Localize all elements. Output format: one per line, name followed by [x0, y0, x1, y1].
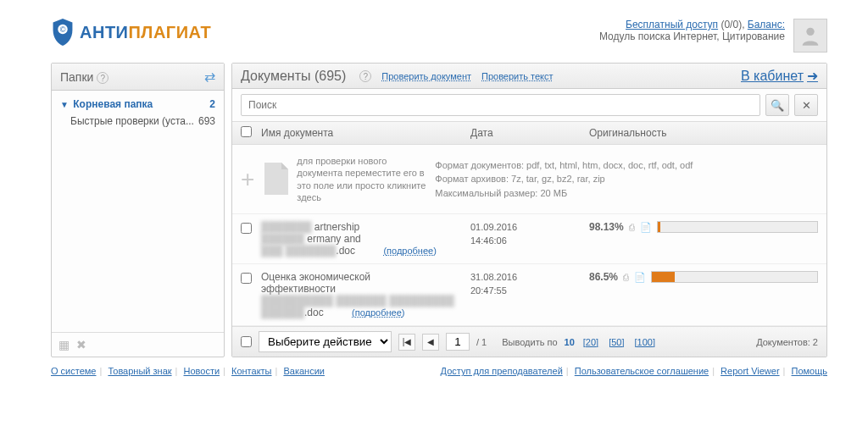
per-label: Выводить по [502, 337, 557, 347]
clear-button[interactable]: ✕ [794, 94, 818, 116]
foot-trademark[interactable]: Товарный знак [108, 366, 171, 376]
folder-quick[interactable]: Быстрые проверки (уста... 693 [52, 113, 224, 130]
free-access-link[interactable]: Бесплатный доступ [626, 19, 718, 30]
foot-agreement[interactable]: Пользовательское соглашение [575, 366, 709, 376]
page-total: / 1 [476, 337, 487, 347]
search-input[interactable] [241, 94, 760, 116]
fmt-docs: Формат документов: pdf, txt, html, htm, … [435, 158, 693, 173]
per-10[interactable]: 10 [565, 337, 575, 347]
swap-icon[interactable]: ⇄ [204, 69, 215, 85]
more-link[interactable]: (подробнее) [383, 246, 436, 256]
folder-quick-count: 693 [198, 115, 215, 127]
help-icon[interactable]: ? [97, 72, 108, 84]
delete-folder-icon[interactable]: ✖ [76, 338, 86, 351]
logo-text-1: АНТИ [80, 23, 128, 41]
foot-help[interactable]: Помощь [792, 366, 828, 376]
foot-report[interactable]: Report Viewer [721, 366, 780, 376]
per-20[interactable]: [20] [583, 337, 598, 347]
cabinet-link[interactable]: В кабинет ➜ [741, 68, 818, 84]
free-frac: (0/0), [721, 19, 744, 30]
folder-root-count: 2 [209, 98, 215, 110]
help-icon[interactable]: ? [359, 70, 371, 82]
per-50[interactable]: [50] [609, 337, 624, 347]
plus-icon: + [241, 166, 254, 193]
table-row: Оценка экономической эффективности █████… [232, 264, 826, 326]
originality: 98.13% [589, 221, 624, 233]
originality-bar [657, 221, 818, 233]
fmt-max: Максимальный размер: 20 МБ [435, 186, 693, 201]
foot-contacts[interactable]: Контакты [231, 366, 272, 376]
col-date: Дата [470, 127, 589, 139]
chart-icon[interactable]: ⎙ [629, 222, 635, 232]
page-input[interactable] [446, 333, 470, 351]
originality: 86.5% [589, 271, 618, 283]
balance-link[interactable]: Баланс: [748, 19, 785, 30]
document-icon [261, 163, 290, 196]
foot-jobs[interactable]: Вакансии [283, 366, 325, 376]
upload-zone[interactable]: + для проверки нового документа перемест… [232, 145, 826, 214]
foot-about[interactable]: О системе [51, 366, 96, 376]
first-page[interactable]: |◀ [398, 334, 415, 351]
folders-title: Папки [60, 70, 93, 84]
logo: © АНТИПЛАГИАТ [51, 19, 211, 46]
chart-icon[interactable]: ⎙ [623, 272, 629, 282]
documents-title: Документы (695) [241, 69, 346, 84]
col-orig: Оригинальность [589, 127, 818, 139]
more-link[interactable]: (подробнее) [352, 307, 404, 318]
select-all[interactable] [241, 126, 252, 137]
documents-panel: Документы (695) ? Проверить документ Про… [231, 63, 827, 357]
logo-text-2: ПЛАГИАТ [128, 23, 211, 41]
per-100[interactable]: [100] [635, 337, 655, 347]
col-name: Имя документа [261, 127, 470, 139]
shield-icon: © [51, 19, 75, 46]
report-icon[interactable]: 📄 [634, 272, 646, 283]
exit-icon: ➜ [807, 68, 818, 84]
svg-text:©: © [60, 25, 66, 34]
search-button[interactable]: 🔍 [765, 94, 789, 116]
caret-icon: ▼ [60, 100, 69, 109]
doc-count: Документов: 2 [756, 337, 818, 347]
fmt-arch: Формат архивов: 7z, tar, gz, bz2, rar, z… [435, 172, 693, 186]
foot-teachers[interactable]: Доступ для преподавателей [441, 366, 563, 376]
svg-point-2 [806, 28, 814, 36]
foot-news[interactable]: Новости [184, 366, 220, 376]
footer-check[interactable] [241, 336, 252, 347]
new-folder-icon[interactable]: ▦ [58, 338, 70, 351]
header-sub: Модуль поиска Интернет, Цитирование [599, 30, 785, 42]
row-check[interactable] [241, 273, 252, 284]
check-doc-link[interactable]: Проверить документ [381, 71, 471, 81]
upload-hint: для проверки нового документа переместит… [297, 155, 428, 203]
user-icon [798, 24, 822, 47]
action-select[interactable]: Выберите действие [259, 331, 392, 352]
check-text-link[interactable]: Проверить текст [481, 71, 554, 81]
table-row: ███████ artnership ██████ ermany and ███… [232, 214, 826, 264]
prev-page[interactable]: ◀ [422, 334, 439, 351]
originality-bar [651, 271, 818, 283]
row-check[interactable] [241, 223, 252, 234]
avatar[interactable] [793, 19, 827, 53]
folders-panel: Папки? ⇄ ▼ Корневая папка 2 Быстрые пров… [51, 63, 225, 357]
folder-root[interactable]: ▼ Корневая папка 2 [52, 96, 224, 113]
report-icon[interactable]: 📄 [640, 222, 652, 233]
